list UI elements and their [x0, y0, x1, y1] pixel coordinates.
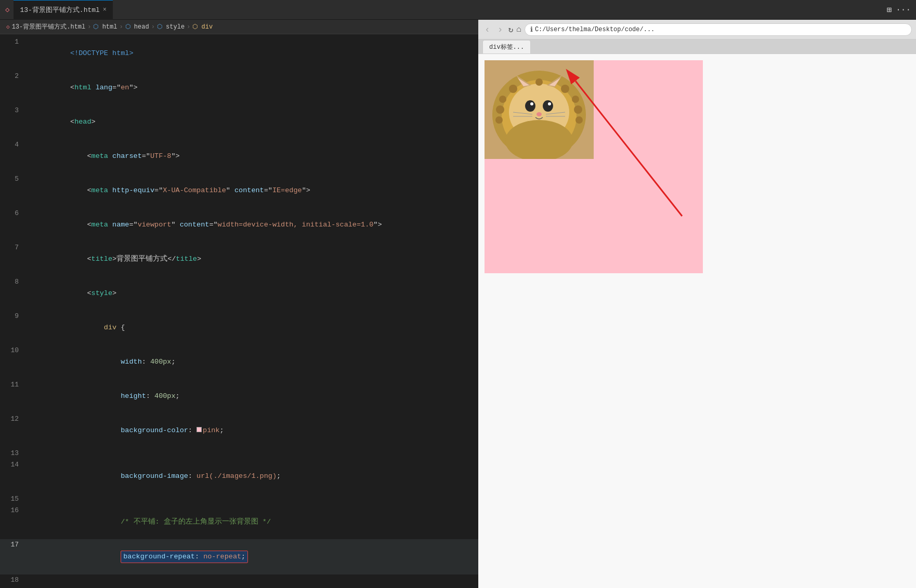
code-line-6: 6 <meta name="viewport" content="width=d… [0, 208, 478, 242]
code-line-4: 4 <meta charset="UTF-8"> [0, 139, 478, 173]
svg-point-12 [536, 112, 542, 116]
url-bar[interactable]: ℹ C:/Users/thelma/Desktop/code/... [525, 23, 912, 36]
tab-close-button[interactable]: × [103, 6, 107, 14]
preview-tab-label: div标签... [489, 44, 524, 51]
svg-point-11 [548, 102, 551, 105]
editor-icon: ◇ [5, 5, 9, 14]
home-button[interactable]: ⌂ [516, 25, 521, 34]
code-line-3: 3 <head> [0, 105, 478, 139]
demo-div [485, 60, 703, 273]
breadcrumb-html[interactable]: ⬡ html [93, 23, 117, 31]
code-line-8: 8 <style> [0, 276, 478, 311]
editor-panel: ◇ 13-背景图平铺方式.html › ⬡ html › ⬡ head › ⬡ … [0, 20, 478, 588]
breadcrumb-style[interactable]: ⬡ style [157, 23, 185, 31]
split-editor-icon[interactable]: ⊞ [887, 5, 892, 15]
cat-image [485, 60, 594, 159]
code-line-18: 18 /* background-repeat: repeat; */ [0, 574, 478, 588]
preview-body [478, 54, 916, 588]
code-line-12: 12 background-color: pink; [0, 413, 478, 448]
tab-label: 13-背景图平铺方式.html [20, 5, 99, 15]
code-editor[interactable]: 1 <!DOCTYPE html> 2 <html lang="en"> 3 <… [0, 34, 478, 588]
svg-point-19 [495, 116, 503, 124]
code-line-7: 7 <title>背景图平铺方式</title> [0, 242, 478, 276]
breadcrumb-icon: ◇ [6, 23, 10, 30]
code-line-15: 15 [0, 493, 478, 505]
breadcrumb-file[interactable]: 13-背景图平铺方式.html [12, 22, 86, 31]
svg-point-24 [509, 85, 517, 93]
breadcrumb-div[interactable]: ⬡ div [192, 23, 213, 31]
code-line-2: 2 <html lang="en"> [0, 71, 478, 105]
breadcrumb-head[interactable]: ⬡ head [125, 23, 149, 31]
back-button[interactable]: ‹ [482, 23, 492, 36]
preview-tab-bar: div标签... [478, 39, 916, 54]
code-line-11: 11 height: 400px; [0, 379, 478, 413]
svg-point-9 [543, 100, 553, 112]
title-bar: ◇ 13-背景图平铺方式.html × ⊞ ··· [0, 0, 916, 20]
code-line-10: 10 width: 400px; [0, 345, 478, 379]
url-info-icon: ℹ [530, 25, 533, 34]
code-line-13: 13 [0, 448, 478, 459]
preview-browser-header: ‹ › ↻ ⌂ ℹ C:/Users/thelma/Desktop/code/.… [478, 20, 916, 39]
svg-point-20 [499, 96, 506, 103]
svg-point-26 [535, 78, 543, 86]
more-options-icon[interactable]: ··· [896, 5, 911, 15]
svg-point-10 [530, 102, 533, 105]
preview-panel: ‹ › ↻ ⌂ ℹ C:/Users/thelma/Desktop/code/.… [478, 20, 916, 588]
url-text: C:/Users/thelma/Desktop/code/... [535, 26, 655, 33]
breadcrumb: ◇ 13-背景图平铺方式.html › ⬡ html › ⬡ head › ⬡ … [0, 20, 478, 34]
preview-tab[interactable]: div标签... [482, 40, 531, 54]
svg-point-23 [572, 96, 579, 103]
forward-button[interactable]: › [495, 23, 505, 36]
code-line-16: 16 /* 不平铺: 盒子的左上角显示一张背景图 */ [0, 505, 478, 539]
code-line-14: 14 background-image: url(./images/1.png)… [0, 459, 478, 493]
editor-tab[interactable]: 13-背景图平铺方式.html × [14, 0, 113, 20]
title-bar-actions: ⊞ ··· [887, 5, 911, 15]
svg-point-25 [561, 85, 569, 93]
refresh-button[interactable]: ↻ [508, 24, 514, 35]
svg-point-21 [574, 105, 582, 114]
code-line-1: 1 <!DOCTYPE html> [0, 36, 478, 71]
svg-point-8 [525, 100, 535, 112]
code-line-17: 17 background-repeat: no-repeat; [0, 539, 478, 574]
code-line-5: 5 <meta http-equiv="X-UA-Compatible" con… [0, 173, 478, 208]
code-line-9: 9 div { [0, 311, 478, 345]
main-content: ◇ 13-背景图平铺方式.html › ⬡ html › ⬡ head › ⬡ … [0, 20, 916, 588]
svg-point-22 [575, 116, 583, 124]
svg-point-18 [496, 105, 504, 114]
